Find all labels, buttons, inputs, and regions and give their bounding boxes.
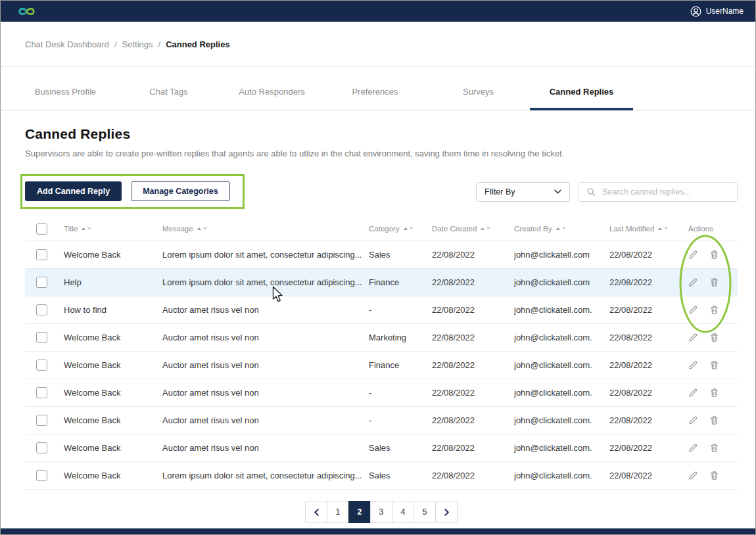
cell-category: Sales bbox=[369, 443, 432, 453]
tab-preferences[interactable]: Preferences bbox=[323, 67, 427, 110]
column-header-date-created[interactable]: Date Created bbox=[432, 225, 514, 233]
pagination-page-2[interactable]: 2 bbox=[348, 501, 371, 523]
edit-pencil-icon[interactable] bbox=[688, 250, 698, 260]
table-row[interactable]: Welcome BackLorem ipsum dolor sit amet, … bbox=[25, 462, 738, 490]
canned-replies-table: TitleMessageCategoryDate CreatedCreated … bbox=[25, 217, 738, 490]
table-row[interactable]: Welcome BackAuctor amet risus vel non-22… bbox=[25, 407, 738, 434]
delete-trash-icon[interactable] bbox=[709, 360, 719, 370]
cell-created-by: john@clickatell.com. bbox=[514, 305, 609, 315]
cell-created-by: john@clickatell.com bbox=[514, 250, 609, 260]
row-checkbox[interactable] bbox=[36, 387, 47, 398]
column-header-last-modified[interactable]: Last Modified bbox=[609, 225, 688, 233]
table-body: Welcome BackLorem ipsum dolor sit amet, … bbox=[25, 241, 738, 490]
cell-category: - bbox=[369, 415, 432, 425]
delete-trash-icon[interactable] bbox=[709, 333, 719, 342]
row-checkbox[interactable] bbox=[36, 415, 47, 426]
manage-categories-button[interactable]: Manage Categories bbox=[131, 181, 230, 201]
tab-canned-replies[interactable]: Canned Replies bbox=[530, 67, 633, 110]
delete-trash-icon[interactable] bbox=[709, 277, 719, 287]
clickatell-logo-icon[interactable] bbox=[18, 6, 35, 17]
pagination-page-5[interactable]: 5 bbox=[413, 501, 436, 523]
column-header-category[interactable]: Category bbox=[369, 225, 432, 233]
row-checkbox-cell bbox=[25, 415, 64, 426]
user-icon bbox=[690, 6, 701, 17]
table-row[interactable]: Welcome BackLorem ipsum dolor sit amet, … bbox=[25, 241, 738, 269]
column-header-message[interactable]: Message bbox=[162, 225, 369, 233]
footer-bar bbox=[1, 528, 755, 534]
cell-message: Auctor amet risus vel non bbox=[162, 333, 369, 342]
edit-pencil-icon[interactable] bbox=[688, 305, 698, 315]
sort-icons bbox=[658, 227, 668, 230]
pagination-next-button[interactable] bbox=[435, 501, 458, 523]
delete-trash-icon[interactable] bbox=[709, 250, 719, 260]
cell-actions bbox=[688, 388, 738, 398]
table-row[interactable]: Welcome BackAuctor amet risus vel nonFin… bbox=[25, 352, 738, 379]
row-checkbox[interactable] bbox=[36, 277, 47, 288]
column-header-title[interactable]: Title bbox=[64, 225, 162, 233]
table-row[interactable]: HelpLorem ipsum dolor sit amet, consecte… bbox=[25, 269, 738, 296]
search-icon bbox=[586, 187, 596, 197]
toolbar-right: FIlter By bbox=[476, 182, 738, 202]
select-all-checkbox[interactable] bbox=[36, 223, 47, 235]
delete-trash-icon[interactable] bbox=[709, 305, 719, 315]
edit-pencil-icon[interactable] bbox=[688, 443, 698, 453]
row-checkbox[interactable] bbox=[36, 470, 47, 481]
column-header-created-by[interactable]: Created By bbox=[514, 225, 609, 233]
chevron-left-icon bbox=[313, 509, 320, 516]
filter-by-dropdown[interactable]: FIlter By bbox=[476, 182, 570, 202]
table-row[interactable]: How to findAuctor amet risus vel non-22/… bbox=[25, 296, 738, 324]
edit-pencil-icon[interactable] bbox=[688, 388, 698, 398]
topbar: UserName bbox=[1, 1, 755, 22]
table-row[interactable]: Welcome BackAuctor amet risus vel nonMar… bbox=[25, 324, 738, 352]
column-header-label: Message bbox=[162, 225, 193, 233]
cell-created-by: john@clickatell.com. bbox=[514, 415, 609, 425]
search-input[interactable] bbox=[601, 187, 730, 197]
tab-auto-responders[interactable]: Auto Responders bbox=[220, 67, 323, 110]
edit-pencil-icon[interactable] bbox=[688, 277, 698, 287]
edit-pencil-icon[interactable] bbox=[688, 471, 698, 480]
tab-business-profile[interactable]: Business Profile bbox=[14, 67, 117, 110]
pagination-page-3[interactable]: 3 bbox=[370, 501, 392, 523]
cell-last-modified: 22/08/2022 bbox=[609, 415, 688, 425]
tab-chat-tags[interactable]: Chat Tags bbox=[117, 67, 220, 110]
row-checkbox[interactable] bbox=[36, 442, 47, 454]
row-checkbox-cell bbox=[25, 387, 64, 398]
delete-trash-icon[interactable] bbox=[709, 443, 719, 453]
cell-category: Sales bbox=[369, 250, 432, 260]
table-row[interactable]: Welcome BackAuctor amet risus vel non-22… bbox=[25, 379, 738, 407]
cell-title: Welcome Back bbox=[64, 415, 162, 425]
search-box bbox=[579, 182, 738, 202]
tab-surveys[interactable]: Surveys bbox=[427, 67, 530, 110]
cell-actions bbox=[688, 415, 738, 425]
pagination-page-1[interactable]: 1 bbox=[327, 501, 349, 523]
edit-pencil-icon[interactable] bbox=[688, 333, 698, 342]
user-menu[interactable]: UserName bbox=[690, 6, 744, 17]
breadcrumb-item-settings[interactable]: Settings bbox=[122, 39, 153, 49]
cell-actions bbox=[688, 443, 738, 453]
cell-message: Lorem ipsum dolor sit amet, consectetur … bbox=[162, 471, 369, 480]
cell-category: - bbox=[369, 388, 432, 398]
edit-pencil-icon[interactable] bbox=[688, 360, 698, 370]
row-checkbox[interactable] bbox=[36, 360, 47, 371]
breadcrumb-item-chat-desk-dashboard[interactable]: Chat Desk Dashboard bbox=[25, 39, 109, 49]
table-row[interactable]: Welcome BackAuctor amet risus vel nonSal… bbox=[25, 434, 738, 462]
row-checkbox-cell bbox=[25, 332, 64, 343]
cell-title: Welcome Back bbox=[64, 443, 162, 453]
pagination-page-4[interactable]: 4 bbox=[392, 501, 414, 523]
delete-trash-icon[interactable] bbox=[709, 388, 719, 398]
delete-trash-icon[interactable] bbox=[709, 471, 719, 480]
row-checkbox[interactable] bbox=[36, 249, 47, 260]
cell-message: Auctor amet risus vel non bbox=[162, 443, 369, 453]
pagination-prev-button[interactable] bbox=[305, 501, 327, 523]
edit-pencil-icon[interactable] bbox=[688, 415, 698, 425]
cell-last-modified: 22/08/2022 bbox=[609, 471, 688, 480]
row-checkbox[interactable] bbox=[36, 332, 47, 343]
delete-trash-icon[interactable] bbox=[709, 415, 719, 425]
app-window: UserName Chat Desk Dashboard/Settings/Ca… bbox=[0, 0, 756, 535]
cell-date-created: 22/08/2022 bbox=[432, 443, 514, 453]
add-canned-reply-button[interactable]: Add Canned Reply bbox=[25, 181, 122, 201]
username-label: UserName bbox=[706, 7, 744, 16]
cell-created-by: john@clickatell.com. bbox=[514, 388, 609, 398]
row-checkbox[interactable] bbox=[36, 304, 47, 315]
breadcrumb: Chat Desk Dashboard/Settings/Canned Repl… bbox=[25, 39, 230, 49]
